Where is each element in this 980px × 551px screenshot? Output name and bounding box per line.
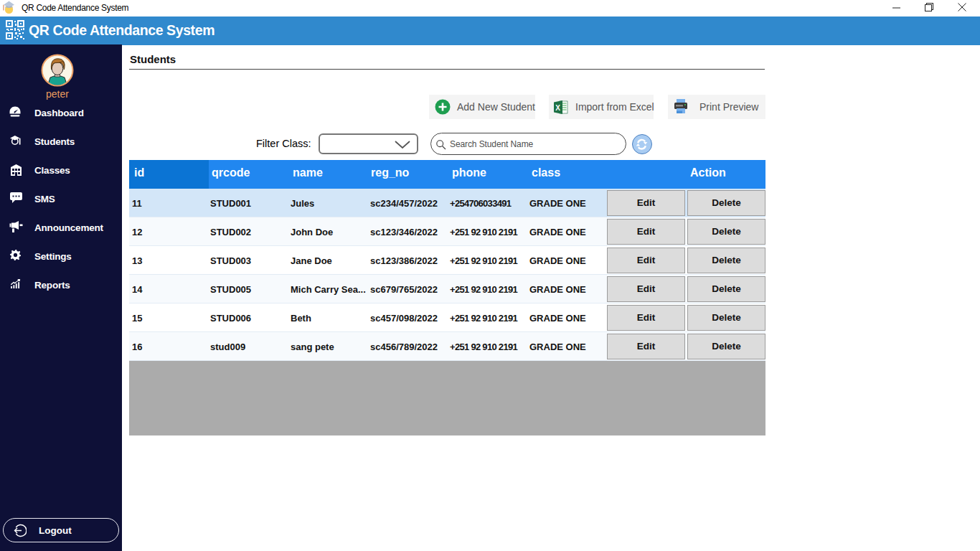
svg-text:X: X [555,104,560,112]
